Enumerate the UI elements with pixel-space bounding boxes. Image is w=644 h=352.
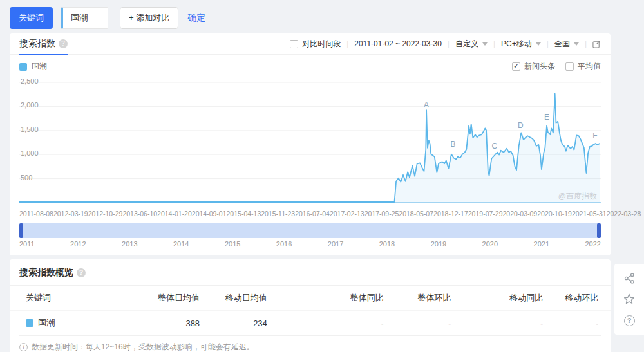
y-axis-tick: 2,500 [21,77,39,85]
overall-mom-value: - [384,311,451,336]
trend-header: 搜索指数 对比时间段 | 2011-01-02 ~ 2022-03-30 | 自… [10,33,611,55]
col-keyword: 关键词 [10,286,144,311]
event-marker-e[interactable]: E [544,113,549,122]
keyword-input[interactable]: 国潮 [61,7,108,29]
region-label: 全国 [554,39,570,50]
average-option[interactable]: 平均值 [565,61,601,72]
news-headlines-label: 新闻头条 [524,61,555,72]
x-axis-tick: 2011-08-08 [19,210,53,218]
x-axis-tick: 2013-06-10 [122,210,157,218]
col-mobile-yoy: 移动同比 [451,286,543,311]
device-dropdown[interactable]: PC+移动 [501,39,541,50]
x-axis-tick: 2022-03-28 [607,210,641,218]
slider-year-label: 2022 [585,240,600,248]
average-checkbox[interactable] [565,62,574,71]
x-axis-tick: 2020-10-19 [537,210,572,218]
index-overview-card: 搜索指数概览 关键词 整体日均值 移动日均值 整体同比 整体环比 移动同比 移动… [10,259,611,352]
event-marker-a[interactable]: A [424,100,429,109]
help-icon[interactable] [77,268,86,277]
slider-handle-left[interactable] [19,223,23,238]
x-axis-tick: 2015-04-13 [227,210,261,218]
slider-year-label: 2017 [328,240,343,248]
help-circle-icon[interactable] [623,314,636,327]
external-link-icon[interactable] [592,40,601,48]
series-legend: 国潮 [19,61,47,72]
custom-range-dropdown[interactable]: 自定义 [455,39,488,50]
watermark: @百度指数 [558,191,597,202]
slider-year-label: 2019 [431,240,446,248]
compare-period-label: 对比时间段 [302,39,341,50]
legend-row: 国潮 新闻头条 平均值 [10,55,611,73]
region-dropdown[interactable]: 全国 [554,39,579,50]
tab-search-index[interactable]: 搜索指数 [19,33,68,55]
slider-year-label: 2012 [70,240,86,248]
col-overall-yoy: 整体同比 [267,286,384,311]
x-axis-labels: 2011-08-082012-03-192012-10-292013-06-10… [19,210,601,218]
event-marker-d[interactable]: D [518,121,524,130]
event-marker-f[interactable]: F [592,131,597,140]
favorite-star-icon[interactable] [623,293,636,306]
chart-controls: 对比时间段 | 2011-01-02 ~ 2022-03-30 | 自定义 | … [290,39,601,50]
series-color-swatch [19,63,27,71]
table-row: 国潮 388 234 - - - - [10,311,611,336]
compare-period-checkbox[interactable] [290,40,298,48]
mobile-yoy-value: - [451,311,543,336]
mobile-daily-avg-value: 234 [200,311,267,336]
help-icon[interactable] [59,39,68,48]
x-axis-tick: 2018-12-17 [433,210,468,218]
overview-table: 关键词 整体日均值 移动日均值 整体同比 整体环比 移动同比 移动环比 国潮 3… [10,286,611,335]
event-marker-c[interactable]: C [491,142,497,151]
compare-period-option[interactable]: 对比时间段 [290,39,341,50]
trend-chart-canvas [19,73,601,208]
x-axis-tick: 2021-05-31 [572,210,607,218]
overview-title: 搜索指数概览 [19,267,73,279]
custom-range-label: 自定义 [455,39,478,50]
series-color-swatch [26,319,33,327]
x-axis-tick: 2015-11-23 [261,210,295,218]
keyword-cell: 国潮 [26,317,144,329]
chevron-down-icon [482,42,488,46]
col-overall-mom: 整体环比 [384,286,451,311]
keyword-button[interactable]: 关键词 [10,7,53,29]
col-mobile-mom: 移动环比 [543,286,611,311]
slider-year-labels: 2011201220132014201520162017201820192020… [19,240,601,255]
trend-chart[interactable]: @百度指数 2,5002,0001,5001,000500ABCDEF [19,73,601,208]
chevron-down-icon [574,42,579,46]
overview-title-row: 搜索指数概览 [10,259,611,286]
share-icon[interactable] [623,272,636,284]
slider-year-label: 2014 [173,240,189,248]
mobile-mom-value: - [543,311,611,336]
slider-year-label: 2015 [225,240,240,248]
search-index-card: 搜索指数 对比时间段 | 2011-01-02 ~ 2022-03-30 | 自… [10,33,611,255]
x-axis-tick: 2016-07-04 [295,210,330,218]
slider-year-label: 2020 [482,240,498,248]
slider-handle-right[interactable] [597,223,601,238]
x-axis-tick: 2012-10-29 [88,210,123,218]
series-legend-label: 国潮 [32,61,47,72]
x-axis-tick: 2017-09-25 [365,210,399,218]
average-label: 平均值 [578,61,601,72]
col-mobile-daily-avg: 移动日均值 [200,286,267,311]
slider-year-label: 2011 [19,240,35,248]
date-range-control[interactable]: 2011-01-02 ~ 2022-03-30 [354,39,442,48]
event-marker-b[interactable]: B [451,140,456,149]
x-axis-tick: 2018-05-07 [399,210,433,218]
table-header-row: 关键词 整体日均值 移动日均值 整体同比 整体环比 移动同比 移动环比 [10,286,611,311]
info-icon [19,343,28,351]
confirm-link[interactable]: 确定 [187,12,205,24]
news-headlines-option[interactable]: 新闻头条 [512,61,555,72]
news-headlines-checkbox[interactable] [512,62,520,71]
overlay-options: 新闻头条 平均值 [512,61,601,72]
y-axis-tick: 1,500 [21,125,39,133]
x-axis-tick: 2014-01-20 [157,210,192,218]
slider-year-label: 2018 [379,240,395,248]
tab-label: 搜索指数 [19,38,55,50]
slider-year-label: 2021 [534,240,549,248]
y-axis-tick: 500 [21,174,32,181]
side-action-rail [614,264,644,335]
overall-yoy-value: - [267,311,384,336]
chevron-down-icon [536,42,541,46]
time-range-slider[interactable] [19,223,601,238]
y-axis-tick: 2,000 [21,101,39,109]
add-compare-button[interactable]: + 添加对比 [120,7,178,29]
